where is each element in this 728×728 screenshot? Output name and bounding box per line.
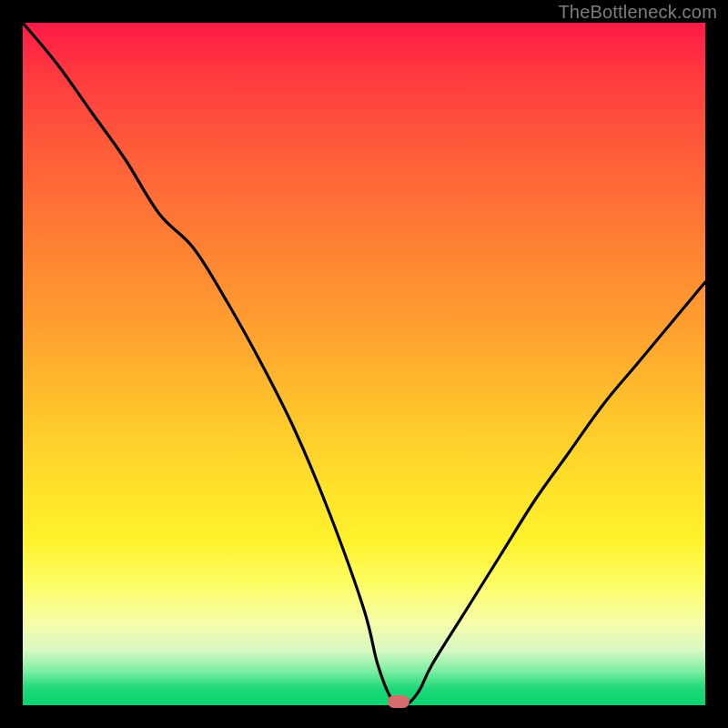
chart-frame: TheBottleneck.com: [0, 0, 728, 728]
bottleneck-curve: [23, 23, 705, 705]
watermark-text: TheBottleneck.com: [558, 2, 717, 23]
plot-area: [23, 23, 705, 705]
bottleneck-marker: [388, 695, 410, 708]
